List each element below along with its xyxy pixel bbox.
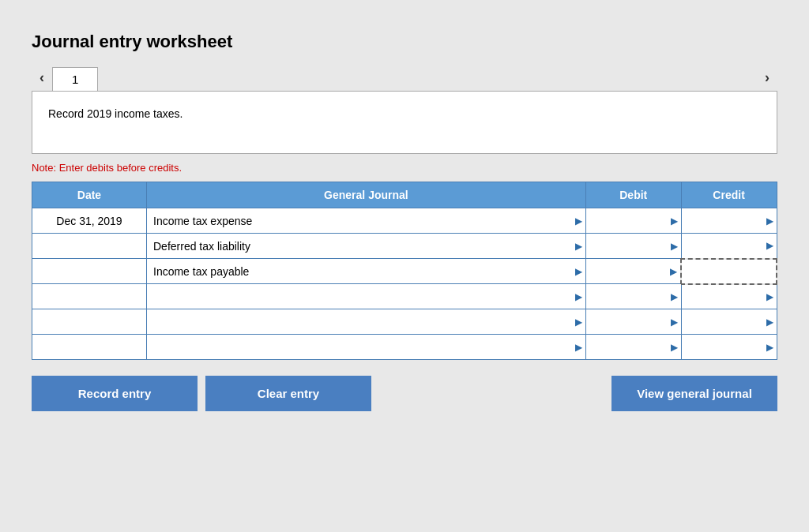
cell-description[interactable]: Deferred tax liability▶ <box>147 234 586 259</box>
debit-arrow-icon: ▶ <box>671 342 678 353</box>
cell-debit[interactable]: ▶ <box>585 309 681 335</box>
desc-arrow-icon: ▶ <box>575 266 582 277</box>
table-row: Deferred tax liability▶▶▶ <box>32 234 777 259</box>
cell-debit[interactable]: ▶ <box>585 335 681 360</box>
desc-arrow-icon: ▶ <box>575 215 582 227</box>
desc-arrow-icon: ▶ <box>575 291 582 302</box>
cell-date[interactable] <box>32 335 147 360</box>
page-title: Journal entry worksheet <box>32 32 777 52</box>
cell-description[interactable]: ▶ <box>147 309 586 335</box>
cell-date[interactable] <box>32 259 147 284</box>
cell-debit[interactable]: ▶ <box>585 284 681 309</box>
cell-date[interactable]: Dec 31, 2019 <box>32 208 147 234</box>
instruction-box: Record 2019 income taxes. <box>32 91 777 154</box>
buttons-row: Record entry Clear entry View general jo… <box>32 376 777 411</box>
table-row: ▶▶▶ <box>32 284 777 309</box>
table-row: ▶▶▶ <box>32 335 777 360</box>
cell-debit[interactable]: ▶ <box>585 208 681 234</box>
cell-credit[interactable]: ▶ <box>681 335 777 360</box>
cell-date[interactable] <box>32 234 147 259</box>
cell-description[interactable]: Income tax expense▶ <box>147 208 586 234</box>
cell-description[interactable]: ▶ <box>147 284 586 309</box>
cell-debit[interactable]: ▶ <box>585 259 681 284</box>
credit-arrow-icon: ▶ <box>766 240 773 251</box>
debit-arrow-icon: ▶ <box>671 317 678 328</box>
cell-credit[interactable]: ▶ <box>681 284 777 309</box>
credit-arrow-icon: ▶ <box>766 317 773 328</box>
debit-arrow-icon: ▶ <box>671 215 678 227</box>
cell-description[interactable]: ▶ <box>147 335 586 360</box>
col-debit: Debit <box>585 182 681 208</box>
next-arrow[interactable]: › <box>757 65 777 91</box>
cell-credit[interactable]: ▶ <box>681 208 777 234</box>
col-credit: Credit <box>681 182 777 208</box>
col-date: Date <box>32 182 147 208</box>
journal-table: Date General Journal Debit Credit Dec 31… <box>32 182 777 360</box>
desc-arrow-icon: ▶ <box>575 317 582 328</box>
instruction-text: Record 2019 income taxes. <box>48 107 182 120</box>
cell-credit[interactable]: ▶ <box>681 234 777 259</box>
desc-arrow-icon: ▶ <box>575 241 582 252</box>
cell-credit[interactable] <box>681 259 777 284</box>
tab-1[interactable]: 1 <box>52 67 98 91</box>
desc-arrow-icon: ▶ <box>575 342 582 353</box>
prev-arrow[interactable]: ‹ <box>32 65 52 91</box>
table-row: Dec 31, 2019Income tax expense▶▶▶ <box>32 208 777 234</box>
debit-arrow-icon: ▶ <box>671 241 678 252</box>
cell-description[interactable]: Income tax payable▶ <box>147 259 586 284</box>
record-entry-button[interactable]: Record entry <box>32 376 198 411</box>
tab-navigation: ‹ 1 › <box>32 65 777 91</box>
note-text: Note: Enter debits before credits. <box>32 162 777 174</box>
table-row: Income tax payable▶▶ <box>32 259 777 284</box>
credit-arrow-icon: ▶ <box>766 291 773 302</box>
col-general-journal: General Journal <box>147 182 586 208</box>
debit-arrow-icon: ▶ <box>671 291 678 302</box>
cell-date[interactable] <box>32 309 147 335</box>
cell-debit[interactable]: ▶ <box>585 234 681 259</box>
cell-date[interactable] <box>32 284 147 309</box>
table-row: ▶▶▶ <box>32 309 777 335</box>
debit-arrow-icon: ▶ <box>670 266 677 277</box>
cell-credit[interactable]: ▶ <box>681 309 777 335</box>
credit-arrow-icon: ▶ <box>766 342 773 353</box>
credit-arrow-icon: ▶ <box>766 215 773 227</box>
view-general-journal-button[interactable]: View general journal <box>611 376 777 411</box>
clear-entry-button[interactable]: Clear entry <box>205 376 371 411</box>
